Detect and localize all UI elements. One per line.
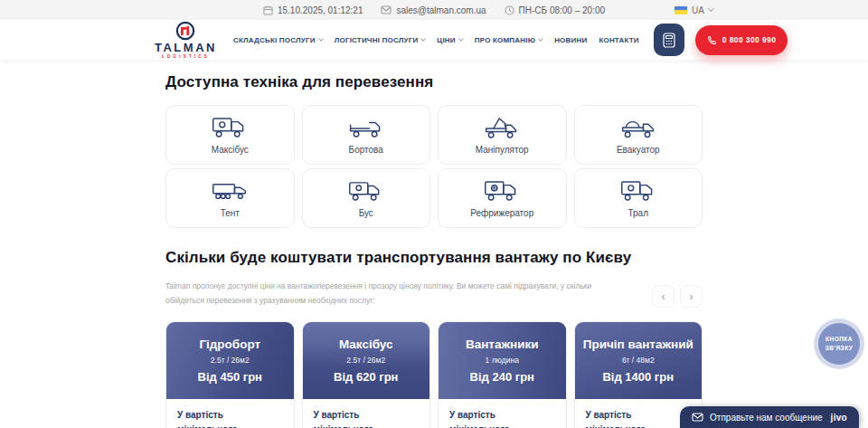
equipment-label: Евакуатор xyxy=(617,145,660,155)
price-card-name: Максібус xyxy=(339,338,393,351)
tow-truck-icon xyxy=(619,115,657,140)
trailer-truck-icon xyxy=(619,178,657,204)
price-card-hydroboard[interactable]: Гідроборт 2.5т / 26м2 Від 450 грн У варт… xyxy=(165,321,295,428)
menu-item-about-company[interactable]: ПРО КОМПАНІЮ xyxy=(475,36,542,44)
price-card-price: Від 450 грн xyxy=(198,370,262,384)
menu-item-prices[interactable]: ЦІНИ xyxy=(437,36,462,44)
equipment-card-maxibus[interactable]: Максібус xyxy=(165,105,295,165)
equipment-label: Рефрижератор xyxy=(470,208,533,218)
language-label: UA xyxy=(692,5,704,15)
envelope-icon xyxy=(692,413,703,422)
price-card-note: У вартість мінімального замовлення за 45… xyxy=(166,399,294,428)
talman-emblem-icon xyxy=(175,21,195,41)
pricing-section-title: Скільки буде коштувати транспортування в… xyxy=(165,249,703,267)
phone-number: 0 800 300 990 xyxy=(722,35,777,44)
calendar-icon xyxy=(263,5,273,15)
carousel-prev-button[interactable]: ‹ xyxy=(652,285,675,308)
equipment-label: Максібус xyxy=(212,145,249,155)
price-card-name: Гідроборт xyxy=(199,338,260,351)
price-card-name: Причіп вантажний xyxy=(583,338,693,351)
datetime-text: 15.10.2025, 01:12:21 xyxy=(278,5,363,15)
logo-subtitle: LOGISTICS xyxy=(162,55,210,60)
chevron-down-icon xyxy=(421,36,427,42)
tent-truck-icon xyxy=(211,178,249,204)
price-card-spec: 2.5т / 26м2 xyxy=(211,356,250,365)
equipment-label: Тент xyxy=(221,208,240,218)
menu-item-warehouse-services[interactable]: СКЛАДСЬКІ ПОСЛУГИ xyxy=(233,36,323,44)
equipment-card-manipulator[interactable]: Маніпулятор xyxy=(438,105,567,165)
crane-truck-icon xyxy=(483,115,521,140)
equipment-card-tent[interactable]: Тент xyxy=(165,168,295,228)
menu-item-contacts[interactable]: КОНТАКТИ xyxy=(599,36,638,44)
language-selector[interactable]: UA xyxy=(675,0,713,20)
main-menu: СКЛАДСЬКІ ПОСЛУГИ ЛОГІСТИЧНІ ПОСЛУГИ ЦІН… xyxy=(233,36,639,44)
chevron-down-icon xyxy=(708,5,714,12)
contact-floating-button[interactable]: КНОПКА ЗВ'ЯЗКУ xyxy=(814,319,864,369)
carousel-arrows: ‹ › xyxy=(652,285,703,308)
price-card-spec: 6т / 48м2 xyxy=(622,356,655,365)
menu-item-logistics-services[interactable]: ЛОГІСТИЧНІ ПОСЛУГИ xyxy=(335,36,426,44)
envelope-icon xyxy=(381,5,392,14)
price-card-note: У вартість мінімального замовлення за 45… xyxy=(439,399,566,428)
equipment-card-refrigerator[interactable]: Рефрижератор xyxy=(438,168,567,228)
calculator-button[interactable] xyxy=(654,24,684,56)
carousel-next-button[interactable]: › xyxy=(680,285,703,308)
email[interactable]: sales@talman.com.ua xyxy=(381,5,486,15)
datetime: 15.10.2025, 01:12:21 xyxy=(263,5,363,15)
email-text: sales@talman.com.ua xyxy=(396,5,486,15)
chevron-down-icon xyxy=(458,36,464,42)
price-card-price: Від 240 грн xyxy=(470,370,534,384)
chevron-down-icon xyxy=(538,36,543,42)
chevron-down-icon xyxy=(318,36,324,42)
flatbed-truck-icon xyxy=(347,115,385,140)
navbar: TALMAN LOGISTICS СКЛАДСЬКІ ПОСЛУГИ ЛОГІС… xyxy=(0,20,868,60)
equipment-label: Бус xyxy=(359,208,373,218)
box-truck-icon xyxy=(211,115,249,140)
price-card-loaders[interactable]: Вантажники 1 людина Від 240 грн У вартіс… xyxy=(438,321,567,428)
logo[interactable]: TALMAN LOGISTICS xyxy=(155,21,217,60)
hours-text: ПН-СБ 08:00 – 20:00 xyxy=(519,5,605,15)
chat-widget[interactable]: Отправьте нам сообщение jivo xyxy=(680,406,859,428)
clock-icon xyxy=(505,5,514,15)
price-card-name: Вантажники xyxy=(466,338,539,351)
price-card-photo: Вантажники 1 людина Від 240 грн xyxy=(439,322,566,399)
price-card-note: У вартість мінімального замовлення за 45… xyxy=(303,399,430,428)
chat-label: Отправьте нам сообщение xyxy=(710,413,823,423)
pricing-description: Talman пропонує доступні ціни на вантажо… xyxy=(165,279,592,308)
working-hours: ПН-СБ 08:00 – 20:00 xyxy=(505,5,605,15)
phone-call-button[interactable]: 0 800 300 990 xyxy=(695,25,788,55)
chevron-left-icon: ‹ xyxy=(662,291,665,302)
equipment-grid: Максібус Бортова Маніпулятор Евакуатор Т… xyxy=(165,105,703,228)
main-content: Доступна техніка для перевезення Максібу… xyxy=(165,73,703,428)
pricing-grid: Гідроборт 2.5т / 26м2 Від 450 грн У варт… xyxy=(165,321,703,428)
van-truck-icon xyxy=(347,178,385,204)
equipment-card-evacuator[interactable]: Евакуатор xyxy=(574,105,703,165)
topbar: 15.10.2025, 01:12:21 sales@talman.com.ua… xyxy=(0,0,868,20)
price-card-photo: Причіп вантажний 6т / 48м2 Від 1400 грн xyxy=(575,322,703,399)
price-card-price: Від 1400 грн xyxy=(602,370,674,384)
equipment-card-bus[interactable]: Бус xyxy=(302,168,431,228)
ua-flag-icon xyxy=(675,6,687,14)
contact-button-label: КНОПКА ЗВ'ЯЗКУ xyxy=(822,335,856,353)
equipment-label: Трал xyxy=(627,208,648,218)
jivo-logo: jivo xyxy=(831,413,847,423)
equipment-label: Бортова xyxy=(349,145,383,155)
price-card-photo: Максібус 2.5т / 26м2 Від 620 грн xyxy=(303,322,430,399)
calculator-icon xyxy=(663,33,675,48)
price-card-spec: 2.5т / 26м2 xyxy=(346,356,385,365)
chevron-right-icon: › xyxy=(690,291,693,302)
equipment-section-title: Доступна техніка для перевезення xyxy=(165,73,703,91)
menu-item-news[interactable]: НОВИНИ xyxy=(554,36,587,44)
price-card-price: Від 620 грн xyxy=(334,370,398,384)
price-card-spec: 1 людина xyxy=(486,356,519,365)
price-card-photo: Гідроборт 2.5т / 26м2 Від 450 грн xyxy=(166,322,294,399)
equipment-card-tral[interactable]: Трал xyxy=(574,168,703,228)
phone-icon xyxy=(707,35,717,45)
equipment-label: Маніпулятор xyxy=(476,145,529,155)
fridge-truck-icon xyxy=(483,178,521,204)
equipment-card-flatbed[interactable]: Бортова xyxy=(302,105,431,165)
logo-title: TALMAN xyxy=(155,42,217,53)
price-card-maxibus[interactable]: Максібус 2.5т / 26м2 Від 620 грн У варті… xyxy=(302,321,431,428)
